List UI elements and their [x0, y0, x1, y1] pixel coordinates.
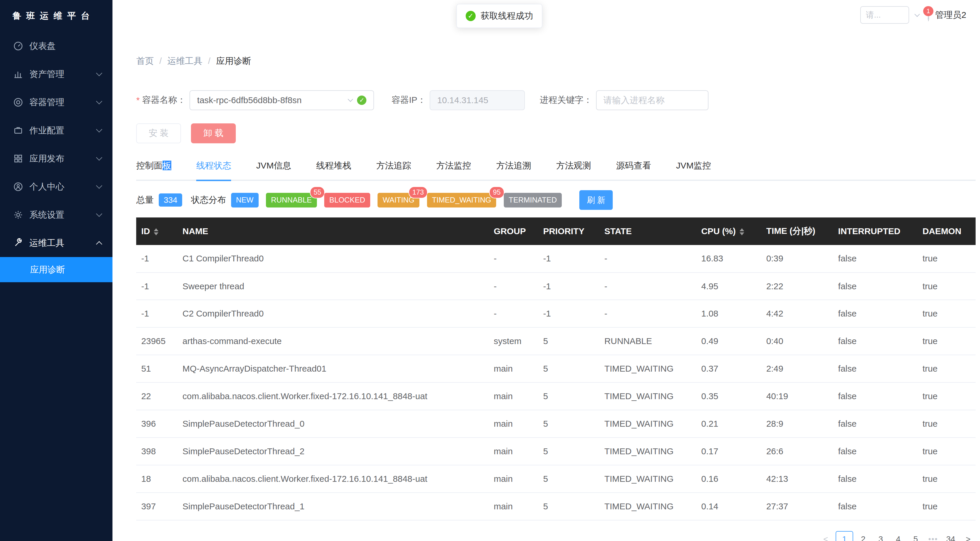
breadcrumb-current: 应用诊断 [216, 55, 251, 67]
column-header-id[interactable]: ID [136, 217, 178, 245]
sort-icon[interactable] [154, 228, 159, 235]
badge-count: 55 [310, 187, 325, 198]
gear-icon [13, 210, 23, 220]
pagination-page-4[interactable]: 4 [891, 531, 905, 541]
table-cell: MQ-AsyncArrayDispatcher-Thread01 [178, 355, 489, 383]
valid-check-icon [357, 96, 366, 105]
container-name-label: 容器名称： [142, 94, 186, 106]
sidebar-item-jobs[interactable]: 作业配置 [0, 116, 113, 144]
sidebar: 鲁 班 运 维 平 台 仪表盘 资产管理 容器管理 作业配置 应用发布 [0, 0, 113, 541]
state-badge-blocked[interactable]: BLOCKED [324, 193, 370, 207]
table-cell: 0.14 [696, 493, 761, 520]
tab-control-panel[interactable]: 控制面板 [136, 160, 171, 180]
required-mark: * [136, 95, 140, 105]
state-badge-runnable[interactable]: RUNNABLE55 [266, 193, 317, 207]
table-cell: 18 [136, 465, 178, 493]
badge-count: 173 [409, 187, 427, 198]
dashboard-icon [13, 41, 23, 51]
table-cell: -1 [136, 300, 178, 327]
table-cell: true [918, 327, 976, 355]
table-cell: 5 [538, 493, 599, 520]
pagination-prev-button[interactable]: < [818, 531, 833, 541]
table-cell: -1 [136, 273, 178, 300]
pagination-page-5[interactable]: 5 [908, 531, 923, 541]
table-cell: 397 [136, 493, 178, 520]
table-cell: 23965 [136, 327, 178, 355]
table-cell: -1 [538, 300, 599, 327]
table-cell: 0.21 [696, 410, 761, 437]
table-cell: 2:22 [761, 273, 833, 300]
thread-status-bar: 总量 334 状态分布 NEW RUNNABLE55 BLOCKED WAITI… [136, 190, 975, 210]
sidebar-item-release[interactable]: 应用发布 [0, 144, 113, 172]
table-cell: SimplePauseDetectorThread_2 [178, 437, 489, 465]
tab-jvm-info[interactable]: JVM信息 [256, 160, 291, 180]
badge-label: TIMED_WAITING [432, 196, 491, 204]
process-keyword-label: 进程关键字： [540, 94, 592, 106]
pagination-ellipsis[interactable]: ••• [926, 531, 940, 541]
table-cell: - [599, 245, 696, 273]
tab-method-traceback[interactable]: 方法追溯 [496, 160, 531, 180]
pagination-page-last[interactable]: 34 [943, 531, 958, 541]
breadcrumb-separator: / [159, 56, 162, 66]
table-cell: true [918, 273, 976, 300]
table-cell: false [833, 327, 918, 355]
tab-method-monitor[interactable]: 方法监控 [436, 160, 471, 180]
state-badge-terminated[interactable]: TERMINATED [504, 193, 562, 207]
breadcrumb-home[interactable]: 首页 [136, 55, 154, 67]
pagination-page-2[interactable]: 2 [856, 531, 871, 541]
column-label: DAEMON [923, 226, 961, 236]
state-badge-timed-waiting[interactable]: TIMED_WAITING95 [427, 193, 496, 207]
table-cell: true [918, 410, 976, 437]
sidebar-item-label: 运维工具 [29, 237, 64, 249]
chevron-up-icon [96, 241, 102, 247]
pagination-page-3[interactable]: 3 [873, 531, 888, 541]
process-keyword-input[interactable] [596, 90, 708, 110]
column-label: GROUP [494, 226, 526, 236]
sidebar-item-assets[interactable]: 资产管理 [0, 60, 113, 88]
tab-method-trace[interactable]: 方法追踪 [376, 160, 411, 180]
chevron-down-icon[interactable] [915, 11, 920, 17]
table-cell: 0:40 [761, 327, 833, 355]
install-button[interactable]: 安 装 [136, 123, 181, 143]
column-label: INTERRUPTED [838, 226, 900, 236]
container-name-select[interactable]: task-rpc-6dfb56d8bb-8f8sn [189, 90, 374, 110]
uninstall-button[interactable]: 卸 载 [191, 123, 236, 143]
state-badge-waiting[interactable]: WAITING173 [377, 193, 419, 207]
table-cell: arthas-command-execute [178, 327, 489, 355]
sidebar-item-settings[interactable]: 系统设置 [0, 201, 113, 229]
table-cell: TIMED_WAITING [599, 383, 696, 410]
sidebar-item-containers[interactable]: 容器管理 [0, 88, 113, 116]
badge-count: 95 [489, 187, 504, 198]
user-name[interactable]: 管理员2 [935, 9, 966, 21]
state-badge-new[interactable]: NEW [231, 193, 259, 207]
tab-source-view[interactable]: 源码查看 [616, 160, 651, 180]
chevron-down-icon [96, 126, 102, 132]
pagination-next-button[interactable]: > [961, 531, 975, 541]
topbar-search-input[interactable] [860, 6, 909, 24]
tab-thread-stack[interactable]: 线程堆栈 [316, 160, 351, 180]
refresh-button[interactable]: 刷 新 [579, 190, 613, 210]
table-cell: 0.16 [696, 465, 761, 493]
breadcrumb: 首页 / 运维工具 / 应用诊断 [136, 55, 975, 67]
sidebar-subitem-app-diagnostics[interactable]: 应用诊断 [0, 257, 113, 282]
column-header-cpu[interactable]: CPU (%) [696, 217, 761, 245]
pagination-page-1[interactable]: 1 [835, 531, 853, 541]
tab-method-watch[interactable]: 方法观测 [556, 160, 591, 180]
table-cell: - [489, 245, 538, 273]
user-avatar[interactable]: 1 [928, 10, 929, 21]
sidebar-item-ops-tools[interactable]: 运维工具 [0, 229, 113, 257]
table-cell: 51 [136, 355, 178, 383]
table-cell: false [833, 355, 918, 383]
table-cell: true [918, 300, 976, 327]
badge-label: TERMINATED [509, 196, 557, 204]
sidebar-item-profile[interactable]: 个人中心 [0, 172, 113, 201]
sort-icon[interactable] [740, 228, 744, 235]
sidebar-item-dashboard[interactable]: 仪表盘 [0, 32, 113, 60]
breadcrumb-section[interactable]: 运维工具 [167, 55, 202, 67]
tab-thread-state[interactable]: 线程状态 [196, 160, 231, 180]
chevron-down-icon [96, 70, 102, 76]
column-label: TIME (分|秒) [766, 226, 815, 236]
sidebar-item-label: 资产管理 [29, 68, 64, 80]
container-form: * 容器名称： task-rpc-6dfb56d8bb-8f8sn 容器IP： … [136, 90, 975, 110]
tab-jvm-monitor[interactable]: JVM监控 [676, 160, 711, 180]
